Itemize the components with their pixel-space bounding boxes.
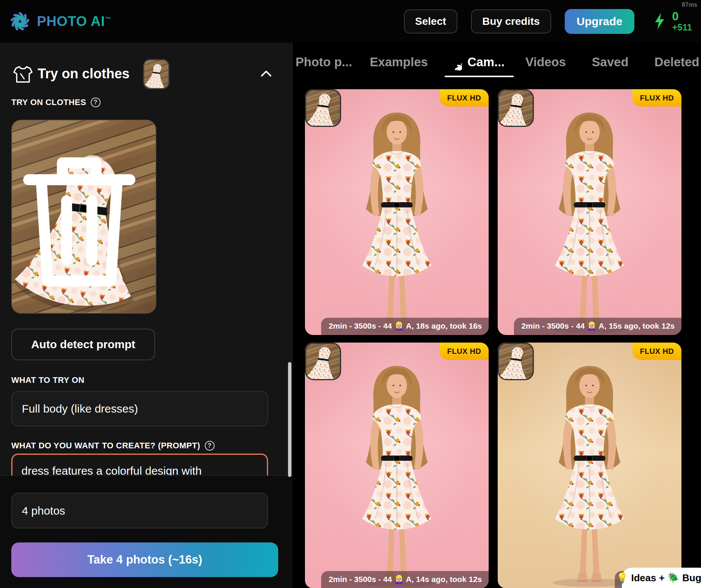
top-header: PHOTO AI™ 87ms Select Buy credits Upgrad… [0,0,701,43]
what-to-try-on-select[interactable]: Full body (like dresses) [11,391,268,427]
select-button[interactable]: Select [404,9,458,34]
tab-deleted[interactable]: Deleted [654,55,699,69]
source-garment-thumbnail[interactable] [305,343,341,380]
source-garment-thumbnail[interactable] [305,89,341,127]
lightning-icon [651,12,668,30]
source-garment-thumbnail[interactable] [498,343,534,380]
latency-readout: 87ms [682,2,697,8]
auto-detect-prompt-button[interactable]: Auto detect prompt [11,329,155,360]
camera-tab-logo-icon [445,54,462,70]
flux-hd-badge: FLUX HD [440,89,489,107]
tab-videos[interactable]: Videos [525,55,566,69]
brand-tm: ™ [105,15,111,22]
flux-hd-badge: FLUX HD [632,89,681,107]
garment-thumbnail-chip [143,59,169,89]
panel-header[interactable]: Try on clothes [0,58,293,91]
active-tab-underline [445,76,514,77]
credits-count: 0 [672,11,692,23]
photo-caption: 2min - 3500s - 44 👱🏼‍♀️ A, 14s ago, took… [321,571,489,588]
prompt-clipped-line [21,456,258,462]
trash-icon[interactable] [11,126,151,314]
take-photos-button[interactable]: Take 4 photos (~16s) [11,542,278,577]
generated-photo[interactable]: FLUX HD 2min - 3500s - 44 👱🏼‍♀️ A, 14s a… [305,343,489,588]
panel-title: Try on clothes [38,66,130,82]
generated-photo[interactable]: FLUX HD 2min - 3500s - 44 👱🏼‍♀️ A, 18s a… [305,89,489,335]
tab-examples[interactable]: Examples [370,55,428,69]
try-on-clothes-panel: Try on clothes TRY ON CLOTHES ? Auto det… [0,43,293,588]
tab-photo-packs[interactable]: Photo p... [296,55,352,69]
help-icon[interactable]: ? [205,441,215,451]
spiral-logo-icon [9,11,31,32]
generate-footer: 4 photos Take 4 photos (~16s) [0,475,293,588]
upgrade-button[interactable]: Upgrade [565,9,635,34]
flux-hd-badge: FLUX HD [440,343,489,360]
photo-caption: 2min - 3500s - 44 👱🏼‍♀️ A, 15s ago, took… [514,318,681,335]
help-icon[interactable]: ? [91,97,101,107]
sidebar-scrollbar[interactable] [288,362,291,477]
upload-section-label: TRY ON CLOTHES ? [11,97,101,107]
tab-camera-label: Cam... [467,55,504,69]
prompt-label: WHAT DO YOU WANT TO CREATE? (PROMPT) ? [11,441,215,451]
photo-ai-app: PHOTO AI™ 87ms Select Buy credits Upgrad… [0,0,701,588]
ideas-bugs-button[interactable]: 💡 Ideas + 🪲 Bugs [622,568,701,588]
gallery-tabs: Photo p... Examples Cam... Videos Saved … [296,43,701,81]
photo-count-select[interactable]: 4 photos [11,493,268,529]
flux-hd-badge: FLUX HD [632,343,681,360]
tshirt-icon [13,64,33,85]
credits-balance[interactable]: 0 +511 [651,11,692,32]
source-garment-thumbnail[interactable] [498,89,534,127]
credits-delta: +511 [672,23,692,32]
generated-photo[interactable]: FLUX HD 2min - 3500s - [498,343,681,588]
tab-saved[interactable]: Saved [592,55,628,69]
buy-credits-button[interactable]: Buy credits [471,9,551,34]
brand-logo: PHOTO AI™ [9,11,111,32]
photo-caption: 2min - 3500s - 44 👱🏼‍♀️ A, 18s ago, took… [321,318,489,335]
chevron-up-icon[interactable] [261,70,272,77]
garment-image[interactable] [11,120,156,314]
what-to-try-on-label: WHAT TO TRY ON [11,375,84,385]
tab-camera[interactable]: Cam... [445,54,504,70]
generated-photo[interactable]: FLUX HD 2min - 3500s - 44 👱🏼‍♀️ A, 15s a… [498,89,681,335]
brand-name: PHOTO AI™ [37,14,111,29]
